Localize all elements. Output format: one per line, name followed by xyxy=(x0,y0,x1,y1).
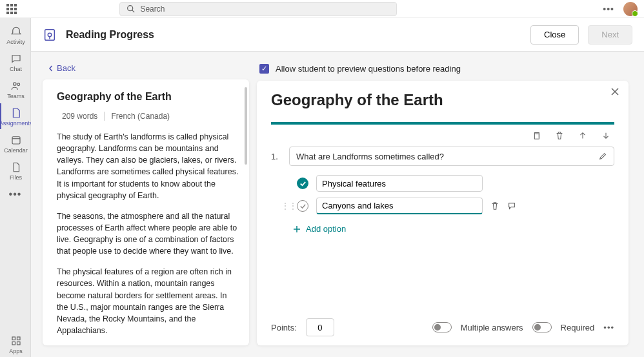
reading-progress-icon xyxy=(43,28,57,42)
multiple-answers-toggle[interactable] xyxy=(432,322,452,332)
edit-icon[interactable] xyxy=(598,152,607,161)
question-editor-card: Geography of the Earth 1. What are Landf… xyxy=(257,81,629,345)
rail-calendar[interactable]: Calendar xyxy=(0,130,31,156)
option-row: ⋮⋮ Physical features xyxy=(271,175,614,192)
question-text-input[interactable]: What are Landforms sometimes called? xyxy=(289,147,614,166)
points-input[interactable] xyxy=(306,318,334,336)
top-bar: Search ••• xyxy=(0,0,644,18)
question-toolbar xyxy=(271,128,614,147)
app-rail: Activity Chat Teams Assignments Calendar… xyxy=(0,18,31,357)
content-area: Back Geography of the Earth 209 words Fr… xyxy=(31,52,644,357)
rail-label: Chat xyxy=(10,66,22,72)
svg-point-2 xyxy=(13,83,16,86)
reading-paragraph: The study of Earth's landforms is called… xyxy=(57,131,239,201)
question-footer: Points: Multiple answers Required ••• xyxy=(271,309,614,336)
option-input[interactable]: Canyons and lakes xyxy=(316,198,483,214)
search-icon xyxy=(126,5,135,13)
allow-preview-checkbox[interactable]: ✓ xyxy=(259,64,269,74)
question-title: Geography of the Earth xyxy=(271,91,614,109)
comment-icon[interactable] xyxy=(507,201,516,210)
svg-rect-7 xyxy=(17,337,20,340)
svg-rect-15 xyxy=(534,134,539,139)
option-row: ⋮⋮ Canyons and lakes xyxy=(271,198,614,214)
svg-rect-4 xyxy=(12,137,20,144)
svg-rect-8 xyxy=(12,342,15,345)
reading-passage-card: Geography of the Earth 209 words French … xyxy=(43,79,249,345)
reading-meta: 209 words French (Canada) xyxy=(57,112,239,121)
svg-line-1 xyxy=(132,10,134,12)
search-input[interactable]: Search xyxy=(119,2,397,16)
question-number: 1. xyxy=(271,152,280,161)
rail-label: Assignments xyxy=(0,120,32,127)
arrow-down-icon[interactable] xyxy=(601,131,610,140)
option-text: Canyons and lakes xyxy=(322,201,394,210)
rail-label: Teams xyxy=(7,93,25,99)
next-button[interactable]: Next xyxy=(588,25,632,45)
multiple-answers-label: Multiple answers xyxy=(461,323,523,332)
reading-paragraph: The seasons, the atmosphere and all the … xyxy=(57,210,239,258)
allow-preview-row: ✓ Allow student to preview questions bef… xyxy=(257,63,629,74)
page-header: Reading Progress Close Next xyxy=(31,18,644,52)
rail-chat[interactable]: Chat xyxy=(0,49,31,75)
word-count: 209 words xyxy=(62,112,105,121)
allow-preview-label: Allow student to preview questions befor… xyxy=(276,64,461,74)
waffle-icon[interactable] xyxy=(6,4,17,14)
svg-point-11 xyxy=(48,33,52,37)
required-toggle[interactable] xyxy=(532,322,552,332)
rail-label: Files xyxy=(10,174,22,181)
rail-label: Activity xyxy=(6,39,25,45)
arrow-up-icon[interactable] xyxy=(578,131,587,140)
rail-teams[interactable]: Teams xyxy=(0,76,31,102)
question-text: What are Landforms sometimes called? xyxy=(296,152,444,161)
rail-label: Apps xyxy=(9,348,23,354)
option-correct-marker[interactable] xyxy=(297,178,308,189)
more-icon[interactable]: ••• xyxy=(603,323,614,332)
option-text: Physical features xyxy=(322,179,386,189)
points-label: Points: xyxy=(271,323,297,332)
plus-icon xyxy=(293,225,301,233)
question-text-row: 1. What are Landforms sometimes called? xyxy=(271,147,614,166)
close-icon[interactable] xyxy=(610,87,619,98)
rail-apps[interactable]: Apps xyxy=(0,331,31,357)
option-input[interactable]: Physical features xyxy=(316,175,483,192)
trash-icon[interactable] xyxy=(490,201,499,210)
rail-label: Calendar xyxy=(4,147,28,154)
search-placeholder: Search xyxy=(140,5,165,14)
rail-more-icon[interactable]: ••• xyxy=(9,185,22,204)
main-area: Reading Progress Close Next Back Geograp… xyxy=(31,18,644,357)
close-button[interactable]: Close xyxy=(530,25,579,45)
svg-rect-9 xyxy=(17,342,20,345)
rail-files[interactable]: Files xyxy=(0,158,31,183)
avatar[interactable] xyxy=(623,2,638,16)
drag-handle-icon[interactable]: ⋮⋮ xyxy=(281,201,289,210)
rail-activity[interactable]: Activity xyxy=(0,22,31,48)
back-link[interactable]: Back xyxy=(43,63,249,73)
svg-point-3 xyxy=(17,83,19,86)
reading-title: Geography of the Earth xyxy=(57,91,239,103)
add-option-button[interactable]: Add option xyxy=(271,220,614,234)
back-label: Back xyxy=(57,63,75,73)
add-option-label: Add option xyxy=(306,224,346,234)
question-edit-area: 1. What are Landforms sometimes called? … xyxy=(271,122,614,336)
trash-icon[interactable] xyxy=(555,131,564,140)
reading-language: French (Canada) xyxy=(111,112,170,121)
reading-paragraph: The physical features of a region are of… xyxy=(57,266,239,336)
svg-rect-6 xyxy=(12,337,15,340)
required-label: Required xyxy=(561,323,595,332)
option-correct-marker[interactable] xyxy=(297,200,308,212)
rail-assignments[interactable]: Assignments xyxy=(0,103,31,129)
page-title: Reading Progress xyxy=(66,29,154,41)
more-icon[interactable]: ••• xyxy=(603,4,614,14)
chevron-left-icon xyxy=(48,65,54,72)
reading-body: The study of Earth's landforms is called… xyxy=(57,131,239,336)
svg-point-0 xyxy=(128,6,133,11)
copy-icon[interactable] xyxy=(532,131,541,140)
